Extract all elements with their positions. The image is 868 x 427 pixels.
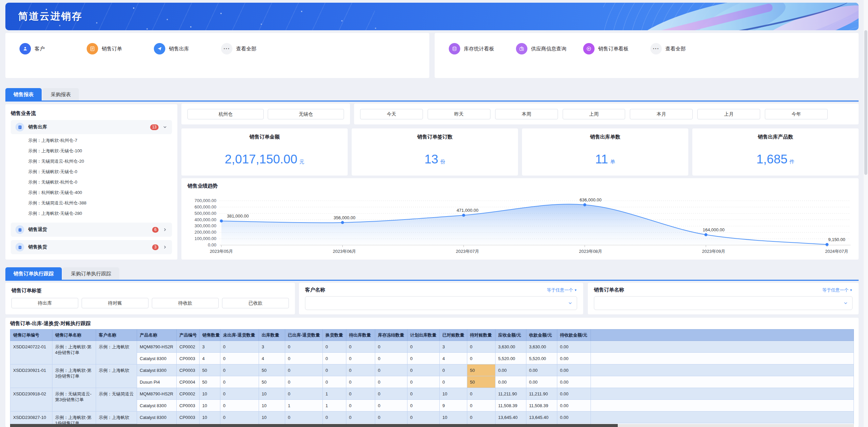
column-header: 销售订单名称 bbox=[53, 330, 96, 341]
product-cell: Catalyst 8300 bbox=[137, 411, 177, 423]
quick-apps-row: 客户销售订单销售出库···查看全部 库存统计看板供应商信息查询销售订单看板···… bbox=[5, 33, 859, 78]
quick-apps-right: 库存统计看板供应商信息查询销售订单看板···查看全部 bbox=[435, 33, 859, 78]
filler-cell bbox=[591, 411, 854, 423]
tab-report_tabs-1[interactable]: 采购报表 bbox=[43, 88, 79, 101]
view-all-shortcut[interactable]: ···查看全部 bbox=[221, 43, 288, 54]
flow-child-item[interactable]: 示例：无锡简道云-杭州仓-20 bbox=[28, 156, 172, 166]
customer-select[interactable] bbox=[305, 296, 577, 310]
value-cell: 0 bbox=[346, 365, 375, 376]
kpi-value-row: 11单 bbox=[522, 152, 688, 166]
date-range-button-0[interactable]: 今天 bbox=[360, 109, 423, 119]
tab-tracking_tabs-1[interactable]: 采购订单执行跟踪 bbox=[63, 267, 119, 280]
value-cell: 0 bbox=[285, 341, 323, 353]
app-shortcut-sales-outbound[interactable]: 销售出库 bbox=[154, 43, 221, 54]
value-cell: 10 bbox=[199, 400, 220, 411]
date-range-button-2[interactable]: 本周 bbox=[495, 109, 558, 119]
column-header-filler bbox=[591, 330, 854, 341]
value-cell: 11,508.39 bbox=[526, 400, 557, 411]
date-range-button-5[interactable]: 上月 bbox=[698, 109, 760, 119]
value-cell: 0 bbox=[285, 365, 323, 376]
kpi-unit: 单 bbox=[610, 159, 615, 165]
flow-group-2[interactable]: 销售换货3 bbox=[11, 240, 172, 254]
order-cell-order_no: XSDD230921-01 bbox=[10, 365, 53, 388]
kpi-value-row: 1,685件 bbox=[692, 152, 859, 166]
x-axis-label: 2023年05月 bbox=[210, 249, 233, 255]
value-cell: 0 bbox=[323, 376, 346, 388]
horizontal-scrollbar[interactable] bbox=[10, 424, 854, 427]
flow-child-item[interactable]: 示例：杭州帆软-无锡仓-400 bbox=[28, 187, 172, 198]
order-name-select[interactable] bbox=[594, 296, 852, 310]
vertical-scrollbar[interactable] bbox=[864, 0, 868, 427]
order-tag-button-1[interactable]: 待对账 bbox=[82, 298, 149, 308]
value-cell: 10 bbox=[259, 388, 285, 400]
warehouse-button-0[interactable]: 杭州仓 bbox=[187, 109, 264, 119]
value-cell: 0 bbox=[285, 376, 323, 388]
value-cell: 5,520.00 bbox=[526, 353, 557, 365]
horizontal-scrollbar-thumb[interactable] bbox=[10, 424, 618, 427]
value-cell: 0 bbox=[285, 353, 323, 365]
chevron-down-icon[interactable] bbox=[163, 125, 167, 130]
date-range-button-6[interactable]: 今年 bbox=[765, 109, 828, 119]
value-cell: 9 bbox=[440, 400, 467, 411]
tab-tracking_tabs-0[interactable]: 销售订单执行跟踪 bbox=[5, 267, 62, 280]
value-cell: 0 bbox=[220, 341, 259, 353]
value-cell: 0 bbox=[440, 365, 467, 376]
kpi-title: 销售订单金额 bbox=[181, 134, 348, 140]
flow-group-1[interactable]: 销售退货6 bbox=[11, 223, 172, 237]
app-shortcut-sales-order[interactable]: 销售订单 bbox=[87, 43, 154, 54]
date-range-button-1[interactable]: 昨天 bbox=[428, 109, 490, 119]
column-header: 待收款金额/元 bbox=[557, 330, 591, 341]
chevron-down-icon bbox=[568, 301, 573, 307]
order-tag-button-0[interactable]: 待出库 bbox=[11, 298, 78, 308]
value-cell: 0 bbox=[467, 411, 495, 423]
column-header: 换货数量 bbox=[323, 330, 346, 341]
table-row: Catalyst 8300CP000340400000405,520.005,5… bbox=[10, 353, 854, 365]
value-cell: 50 bbox=[259, 365, 285, 376]
flow-child-item[interactable]: 示例：无锡帆软-杭州仓-0 bbox=[28, 177, 172, 187]
tab-report_tabs-0[interactable]: 销售报表 bbox=[5, 88, 42, 101]
customer-filter-label: 客户名称 bbox=[305, 287, 325, 293]
column-header: 待对账数量 bbox=[467, 330, 495, 341]
app-shortcut-inventory-board[interactable]: 库存统计看板 bbox=[449, 43, 516, 54]
view-all-shortcut[interactable]: ···查看全部 bbox=[650, 43, 717, 54]
chevron-right-icon[interactable] bbox=[163, 245, 167, 250]
more-icon: ··· bbox=[221, 43, 232, 54]
value-cell: 0.00 bbox=[557, 400, 591, 411]
tracking-table: 销售订单编号销售订单名称客户名称产品名称产品编号销售数量未出库-退货数量出库数量… bbox=[10, 329, 854, 424]
flow-child-item[interactable]: 示例：上海帆软-无锡仓-280 bbox=[28, 208, 172, 219]
order-tag-button-3[interactable]: 已收款 bbox=[222, 298, 289, 308]
trend-chart-title: 销售业绩趋势 bbox=[187, 183, 852, 189]
flow-group-0[interactable]: 销售出库13 bbox=[11, 120, 172, 134]
kpi-card-1: 销售订单签订数13份 bbox=[352, 129, 518, 175]
order-tag-button-2[interactable]: 待收款 bbox=[152, 298, 219, 308]
product-code-cell: CP0003 bbox=[177, 365, 199, 376]
app-shortcut-supplier-query[interactable]: 供应商信息查询 bbox=[516, 43, 583, 54]
value-cell: 50 bbox=[467, 365, 495, 376]
date-range-button-4[interactable]: 本月 bbox=[630, 109, 693, 119]
flow-child-item[interactable]: 示例：上海帆软-杭州仓-7 bbox=[28, 135, 172, 146]
value-cell: 0 bbox=[346, 353, 375, 365]
column-header: 销售订单编号 bbox=[10, 330, 53, 341]
product-code-cell: CP0002 bbox=[177, 341, 199, 353]
filler-cell bbox=[591, 341, 854, 353]
customer-filter-operator[interactable]: 等于任意一个▼ bbox=[547, 287, 577, 293]
more-icon: ··· bbox=[650, 43, 662, 54]
value-cell: 0 bbox=[346, 400, 375, 411]
flow-child-item[interactable]: 示例：上海帆软-无锡仓-100 bbox=[28, 146, 172, 156]
vertical-scrollbar-thumb[interactable] bbox=[864, 30, 867, 175]
y-axis-label: 600,000.00 bbox=[187, 204, 216, 209]
chevron-right-icon[interactable] bbox=[163, 227, 167, 232]
order-name-filter-operator[interactable]: 等于任意一个▼ bbox=[822, 287, 852, 293]
flow-child-item[interactable]: 示例：无锡简道云-杭州仓-388 bbox=[28, 198, 172, 208]
date-range-button-3[interactable]: 上周 bbox=[563, 109, 625, 119]
warehouse-filter-panel: 杭州仓无锡仓 bbox=[181, 104, 350, 124]
flow-group-label: 销售换货 bbox=[28, 244, 152, 250]
table-row: XSDD230827-10示例：上海帆软-第1份销售订单示例：上海帆软Catal… bbox=[10, 411, 854, 423]
value-cell: 0 bbox=[220, 353, 259, 365]
product-code-cell: CP0003 bbox=[177, 411, 199, 423]
warehouse-button-1[interactable]: 无锡仓 bbox=[268, 109, 344, 119]
product-code-cell: CP0002 bbox=[177, 388, 199, 400]
flow-child-item[interactable]: 示例：无锡帆软-无锡仓-0 bbox=[28, 166, 172, 177]
app-shortcut-customer[interactable]: 客户 bbox=[20, 43, 87, 54]
app-shortcut-sales-order-board[interactable]: 销售订单看板 bbox=[583, 43, 650, 54]
